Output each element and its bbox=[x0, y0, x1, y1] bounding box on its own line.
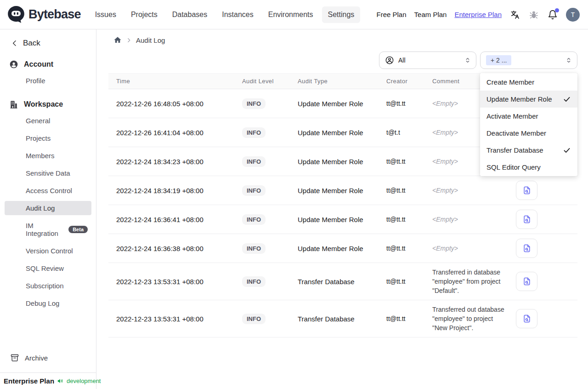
navbar-right: Free PlanTeam PlanEnterprise Plan T bbox=[377, 8, 580, 22]
cell-time: 2022-12-26 16:48:05 +08:00 bbox=[108, 95, 234, 112]
sidebar-item-profile[interactable]: Profile bbox=[5, 74, 91, 88]
sidebar-item-label: Projects bbox=[26, 134, 51, 142]
cell-comment: <Empty> bbox=[424, 210, 508, 229]
sidebar-item-label: Members bbox=[26, 152, 55, 160]
menu-item-create-member[interactable]: Create Member bbox=[480, 74, 577, 91]
cell-actions bbox=[508, 205, 577, 234]
main-content: Audit Log All + 2 ... TimeAudit LevelAud… bbox=[97, 29, 588, 389]
back-button[interactable]: Back bbox=[0, 29, 96, 48]
filter-row: All + 2 ... bbox=[97, 51, 588, 69]
sidebar-item-general[interactable]: General bbox=[5, 114, 91, 128]
audit-level-badge: INFO bbox=[242, 214, 266, 225]
audit-level-badge: INFO bbox=[242, 98, 266, 109]
cell-audit-type: Transfer Database bbox=[290, 273, 379, 290]
sidebar-item-access-control[interactable]: Access Control bbox=[5, 183, 91, 198]
sidebar-item-label: Debug Log bbox=[26, 299, 59, 307]
home-icon[interactable] bbox=[113, 36, 122, 44]
cell-comment: Transferred out database "employee" to p… bbox=[424, 300, 508, 337]
sidebar-item-audit-log[interactable]: Audit Log bbox=[5, 201, 91, 215]
sidebar-item-im-integration[interactable]: IM IntegrationBeta bbox=[5, 218, 91, 240]
column-header-creator: Creator bbox=[379, 78, 424, 85]
column-header-audit-level: Audit Level bbox=[234, 78, 290, 85]
archive-label: Archive bbox=[25, 354, 48, 362]
table-row: 2022-12-23 13:53:31 +08:00INFOTransfer D… bbox=[108, 300, 577, 338]
table-row: 2022-12-24 16:36:38 +08:00INFOUpdate Mem… bbox=[108, 234, 577, 263]
audit-type-filter-select[interactable]: + 2 ... bbox=[480, 51, 577, 69]
notifications-bell-icon[interactable] bbox=[547, 9, 558, 20]
sidebar-item-subscription[interactable]: Subscription bbox=[5, 279, 91, 293]
sidebar-item-debug-log[interactable]: Debug Log bbox=[5, 296, 91, 310]
translate-icon[interactable] bbox=[509, 9, 520, 20]
cell-creator: tt@tt.tt bbox=[379, 273, 424, 290]
menu-item-label: Update Member Role bbox=[486, 95, 552, 103]
cell-audit-level: INFO bbox=[234, 309, 290, 329]
cell-audit-level: INFO bbox=[234, 272, 290, 292]
sidebar-item-sensitive-data[interactable]: Sensitive Data bbox=[5, 166, 91, 180]
file-search-icon bbox=[522, 314, 531, 323]
cell-comment: Transferred in database "employee" from … bbox=[424, 263, 508, 300]
menu-item-update-member-role[interactable]: Update Member Role bbox=[480, 91, 577, 108]
menu-item-label: Activate Member bbox=[486, 112, 538, 120]
column-header-audit-type: Audit Type bbox=[290, 78, 379, 85]
plan-links: Free PlanTeam PlanEnterprise Plan bbox=[377, 11, 502, 18]
user-avatar[interactable]: T bbox=[566, 8, 580, 22]
view-detail-button[interactable] bbox=[516, 309, 537, 328]
creator-filter-select[interactable]: All bbox=[379, 51, 476, 69]
sidebar-item-archive[interactable]: Archive bbox=[0, 349, 96, 366]
view-detail-button[interactable] bbox=[516, 272, 537, 291]
audit-level-badge: INFO bbox=[242, 185, 266, 196]
view-detail-button[interactable] bbox=[516, 239, 537, 258]
view-detail-button[interactable] bbox=[516, 210, 537, 229]
cell-comment: <Empty> bbox=[424, 239, 508, 257]
cell-audit-type: Update Member Role bbox=[290, 211, 379, 228]
nav-item-databases[interactable]: Databases bbox=[166, 6, 214, 23]
check-icon bbox=[563, 95, 571, 103]
sidebar-item-label: Profile bbox=[26, 77, 45, 85]
nav-item-environments[interactable]: Environments bbox=[262, 6, 319, 23]
bytebase-logo[interactable]: Bytebase bbox=[6, 5, 81, 24]
cell-time: 2022-12-24 18:34:19 +08:00 bbox=[108, 182, 234, 199]
plan-link-team-plan[interactable]: Team Plan bbox=[414, 11, 447, 18]
menu-item-transfer-database[interactable]: Transfer Database bbox=[480, 142, 577, 159]
main-nav: IssuesProjectsDatabasesInstancesEnvironm… bbox=[89, 6, 361, 23]
plan-bar: Enterprise Plan development bbox=[0, 372, 96, 389]
sidebar-item-label: SQL Review bbox=[26, 264, 64, 272]
cell-time: 2022-12-24 16:36:38 +08:00 bbox=[108, 240, 234, 257]
menu-item-deactivate-member[interactable]: Deactivate Member bbox=[480, 125, 577, 142]
menu-item-sql-editor-query[interactable]: SQL Editor Query bbox=[480, 159, 577, 176]
cell-creator: tt@tt.tt bbox=[379, 211, 424, 228]
nav-item-instances[interactable]: Instances bbox=[216, 6, 259, 23]
cell-creator: tt@tt.tt bbox=[379, 153, 424, 170]
user-circle-icon bbox=[9, 60, 18, 69]
top-navbar: Bytebase IssuesProjectsDatabasesInstance… bbox=[0, 0, 588, 29]
sidebar-item-version-control[interactable]: Version Control bbox=[5, 244, 91, 258]
chevron-left-icon bbox=[11, 40, 18, 47]
user-circle-icon bbox=[385, 56, 394, 65]
cell-time: 2022-12-23 13:53:31 +08:00 bbox=[108, 273, 234, 290]
audit-level-badge: INFO bbox=[242, 243, 266, 254]
nav-item-projects[interactable]: Projects bbox=[125, 6, 164, 23]
sidebar-item-sql-review[interactable]: SQL Review bbox=[5, 261, 91, 275]
menu-item-activate-member[interactable]: Activate Member bbox=[480, 108, 577, 125]
menu-item-label: Deactivate Member bbox=[486, 129, 546, 137]
plan-link-enterprise-plan[interactable]: Enterprise Plan bbox=[454, 11, 502, 18]
plan-link-free-plan[interactable]: Free Plan bbox=[377, 11, 407, 18]
cell-time: 2022-12-24 16:36:41 +08:00 bbox=[108, 211, 234, 228]
speaker-icon bbox=[57, 378, 64, 384]
beta-badge: Beta bbox=[68, 226, 88, 233]
cell-actions bbox=[508, 267, 577, 296]
chevron-up-down-icon bbox=[464, 57, 471, 64]
nav-item-issues[interactable]: Issues bbox=[89, 6, 122, 23]
view-detail-button[interactable] bbox=[516, 181, 537, 200]
sidebar-section-items: Profile bbox=[0, 74, 96, 88]
audit-level-badge: INFO bbox=[242, 156, 266, 167]
notification-dot bbox=[555, 8, 559, 12]
sidebar-item-members[interactable]: Members bbox=[5, 149, 91, 163]
cell-audit-level: INFO bbox=[234, 152, 290, 172]
audit-type-filter-value: + 2 ... bbox=[486, 55, 511, 65]
nav-item-settings[interactable]: Settings bbox=[322, 6, 361, 23]
bug-report-icon[interactable] bbox=[528, 9, 539, 20]
sidebar-item-projects[interactable]: Projects bbox=[5, 131, 91, 145]
brand-name: Bytebase bbox=[28, 7, 81, 22]
cell-audit-type: Update Member Role bbox=[290, 95, 379, 112]
